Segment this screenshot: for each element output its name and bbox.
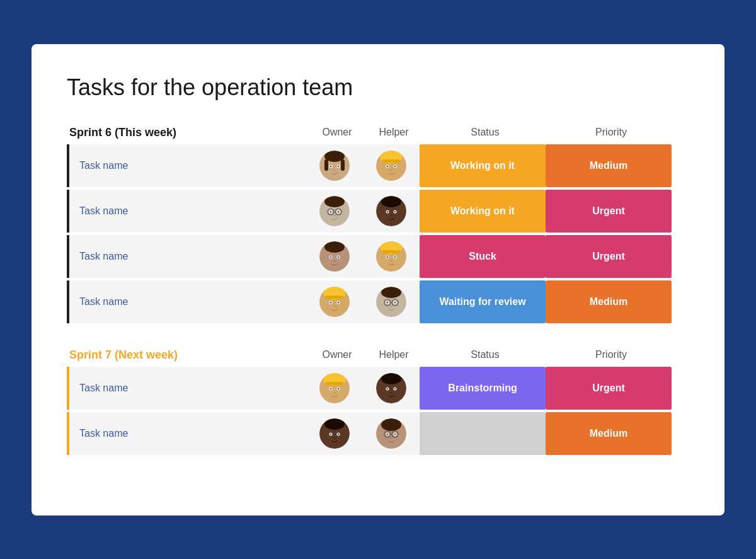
svg-point-49 [338,256,339,257]
avatar [319,418,350,449]
owner-cell [306,280,363,323]
svg-point-22 [324,196,345,207]
table-row: Task name BrainstormingUrgent [67,367,689,410]
avatar [376,418,406,449]
svg-point-50 [333,260,336,261]
svg-point-18 [387,165,388,166]
svg-rect-2 [324,159,328,171]
col-header-helper: Helper [365,127,422,138]
svg-point-48 [330,256,331,257]
svg-point-90 [330,388,331,389]
svg-point-101 [390,391,392,393]
svg-point-92 [333,391,336,393]
status-cell: Brainstorming [420,367,546,410]
priority-cell: Medium [546,144,672,187]
svg-point-103 [324,418,345,430]
svg-point-43 [324,241,345,253]
owner-cell [306,412,363,455]
avatar [319,151,350,181]
svg-point-68 [330,301,331,303]
priority-cell: Medium [546,280,672,323]
task-name-text: Task name [79,205,128,217]
svg-point-109 [338,433,339,434]
status-badge [420,412,546,455]
col-header-priority: Priority [548,127,674,138]
status-cell: Stuck [420,235,546,278]
svg-point-10 [333,169,336,170]
avatar [319,241,350,272]
task-name-cell: Task name [67,190,306,233]
svg-point-122 [390,437,392,438]
avatar [376,373,406,403]
avatar [376,287,406,317]
owner-cell [306,235,363,278]
svg-point-108 [330,433,331,434]
status-badge: Working on it [420,190,546,233]
svg-rect-85 [326,382,343,385]
svg-point-9 [338,165,339,166]
task-name-cell: Task name [67,144,306,187]
svg-point-72 [381,287,401,298]
owner-cell [306,367,363,410]
svg-point-27 [330,210,331,212]
avatar [376,196,406,226]
task-name-cell: Task name [67,412,306,455]
avatar [376,241,406,272]
svg-point-82 [390,305,392,306]
avatar [319,373,350,403]
col-header-owner: Owner [309,349,365,360]
svg-point-77 [387,301,388,303]
sprint-section-sprint7: Sprint 7 (Next week)OwnerHelperStatusPri… [67,349,689,455]
helper-cell [363,367,420,410]
sprint-section-sprint6: Sprint 6 (This week)OwnerHelperStatusPri… [67,126,689,323]
priority-cell: Urgent [546,235,672,278]
sprint-header-row: Sprint 6 (This week)OwnerHelperStatusPri… [67,126,689,139]
avatar [319,196,350,226]
svg-point-94 [381,373,401,384]
svg-point-39 [387,210,388,212]
helper-cell [363,144,420,187]
page-title: Tasks for the operation team [67,74,689,101]
col-header-priority: Priority [548,349,674,360]
task-name-cell: Task name [67,367,306,410]
svg-point-19 [394,165,396,166]
svg-point-78 [394,301,396,303]
priority-cell: Medium [546,412,672,455]
col-header-status: Status [422,349,548,360]
priority-cell: Urgent [546,190,672,233]
status-cell: Working on it [420,144,546,187]
svg-rect-3 [341,159,345,171]
task-name-text: Task name [79,428,128,439]
svg-point-118 [394,433,396,434]
status-cell [420,412,546,455]
sprint-title: Sprint 7 (Next week) [69,349,309,362]
avatar [376,151,406,181]
task-name-cell: Task name [67,235,306,278]
avatar [319,287,350,317]
helper-cell [363,190,420,233]
task-name-cell: Task name [67,280,306,323]
status-badge: Stuck [420,235,546,278]
col-header-helper: Helper [365,349,422,360]
priority-badge: Urgent [546,235,672,278]
svg-point-91 [338,388,339,389]
task-name-text: Task name [79,160,128,171]
svg-rect-63 [326,296,343,299]
svg-point-70 [333,305,336,306]
status-cell: Working on it [420,190,546,233]
helper-cell [363,412,420,455]
helper-cell [363,235,420,278]
priority-cell: Urgent [546,367,672,410]
priority-badge: Medium [546,144,672,187]
task-name-text: Task name [79,251,128,262]
svg-point-20 [390,169,392,170]
owner-cell [306,190,363,233]
table-row: Task name Medium [67,412,689,455]
table-row: Task name Working on itMedium [67,144,689,187]
main-card: Tasks for the operation team Sprint 6 (T… [32,44,724,516]
table-row: Task name StuckUrgent [67,235,689,278]
svg-point-112 [381,418,401,431]
task-name-text: Task name [79,383,128,394]
svg-point-59 [394,256,396,257]
svg-point-58 [387,256,388,257]
